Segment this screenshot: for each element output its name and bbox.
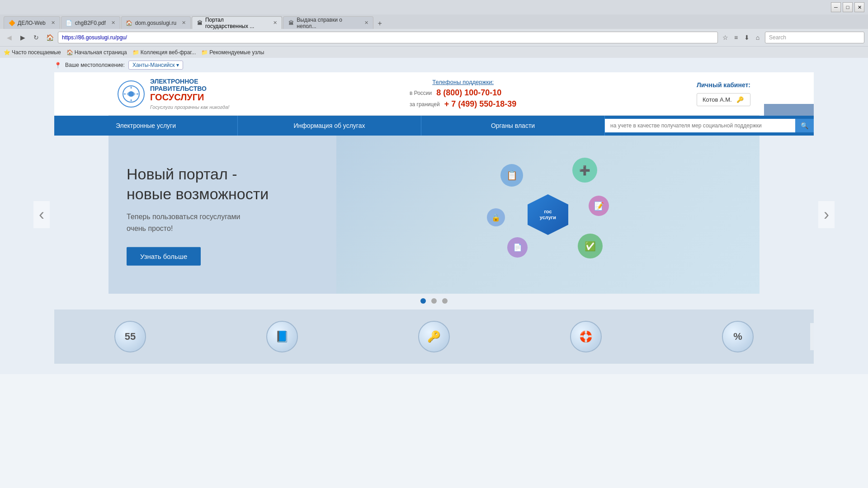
icon-circle-1: 55 — [114, 321, 146, 352]
dot-1[interactable] — [420, 298, 426, 304]
dot-2[interactable] — [431, 298, 437, 304]
phones-title: Телефоны поддержки: — [410, 79, 516, 85]
nav-info-services[interactable]: Информация об услугах — [238, 116, 421, 136]
icon-item-5[interactable]: % — [662, 310, 814, 364]
forward-button[interactable]: ▶ — [17, 32, 28, 43]
icons-row-arrow-right[interactable]: › — [810, 323, 814, 350]
tab-portal-active[interactable]: 🏛 Портал государственных ... ✕ — [192, 16, 282, 29]
back-button[interactable]: ◀ — [4, 32, 14, 43]
hex-icon-2: ➕ — [572, 158, 597, 183]
nav-search-box: 🔍 — [605, 119, 814, 132]
close-button[interactable]: ✕ — [854, 2, 864, 12]
tab-close-3[interactable]: ✕ — [182, 20, 186, 26]
download-icon[interactable]: ⬇ — [742, 33, 751, 42]
nav-bar: ◀ ▶ ↻ 🏠 https://86.gosuslugi.ru/pgu/ ☆ ≡… — [0, 29, 868, 46]
svg-point-1 — [128, 91, 134, 97]
bookmarks-bar: ⭐ Часто посещаемые 🏠 Начальная страница … — [0, 46, 868, 58]
banner-section: ‹ Новый портал - новые возможности Тепер… — [54, 136, 814, 294]
reader-icon[interactable]: ≡ — [731, 33, 741, 42]
phone-abroad-label: за границей — [410, 101, 440, 108]
tab-spravka[interactable]: 🏛 Выдача справки о непол... ✕ — [283, 16, 373, 29]
tab-favicon-5: 🏛 — [288, 20, 294, 26]
banner-arrow-right[interactable]: › — [818, 201, 835, 228]
restore-button[interactable]: □ — [843, 2, 853, 12]
minimize-button[interactable]: ─ — [831, 2, 841, 12]
account-box[interactable]: Котов А.М. 🔑 — [697, 93, 750, 106]
icon-item-4[interactable]: 🛟 — [510, 310, 662, 364]
tab-delo-web[interactable]: 🔶 ДЕЛО-Web ✕ — [4, 16, 60, 29]
account-section: Личный кабинет: Котов А.М. 🔑 — [697, 81, 750, 106]
banner-icons: госуслуги 📋 ➕ 📝 ✅ 📄 🔒 — [480, 151, 616, 278]
nav-search-button[interactable]: 🔍 — [795, 119, 814, 132]
location-city-selector[interactable]: Ханты-Мансийск ▾ — [128, 61, 183, 70]
tab-title-3: dom.gosuslugi.ru — [135, 20, 176, 26]
icon-item-2[interactable]: 📘 — [206, 310, 358, 364]
nav-search-input[interactable] — [605, 119, 795, 132]
icon-circle-4: 🛟 — [570, 321, 602, 352]
nav-authorities[interactable]: Органы власти — [421, 116, 605, 136]
banner-arrow-left[interactable]: ‹ — [33, 201, 50, 228]
bookmark-homepage[interactable]: 🏠 Начальная страница — [66, 49, 127, 56]
tab-favicon-4: 🏛 — [197, 20, 203, 26]
tab-title-1: ДЕЛО-Web — [18, 20, 46, 26]
tab-close-2[interactable]: ✕ — [111, 20, 115, 26]
phone-abroad-number: + 7 (499) 550-18-39 — [444, 99, 517, 109]
bookmark-label-4: Рекомендуемые узлы — [209, 49, 264, 56]
bookmark-frequent[interactable]: ⭐ Часто посещаемые — [4, 49, 61, 56]
logo-circle — [118, 80, 145, 108]
home-nav-icon[interactable]: ⌂ — [753, 33, 762, 42]
banner-subtitle: Теперь пользоваться госуслугами очень пр… — [127, 211, 269, 234]
bookmark-icon-3: 📁 — [132, 49, 139, 56]
reload-button[interactable]: ↻ — [31, 32, 42, 43]
site-header-wrapper: ЭЛЕКТРОННОЕ ПРАВИТЕЛЬСТВО ГОСУСЛУГИ Госу… — [54, 72, 814, 116]
location-label: Ваше местоположение: — [65, 62, 125, 68]
tab-favicon-2: 📄 — [66, 20, 72, 26]
tab-pdf[interactable]: 📄 chgB2F0.pdf ✕ — [61, 16, 120, 29]
bottom-icons-section: 55 📘 🔑 🛟 % › — [54, 310, 814, 364]
icon-item-3[interactable]: 🔑 — [358, 310, 510, 364]
logo-text: ЭЛЕКТРОННОЕ ПРАВИТЕЛЬСТВО ГОСУСЛУГИ Госу… — [150, 78, 229, 110]
tab-close-4[interactable]: ✕ — [273, 20, 277, 26]
banner-title-line1: Новый портал - — [127, 165, 237, 183]
banner-content: Новый портал - новые возможности Теперь … — [127, 164, 269, 266]
banner-image-area: госуслуги 📋 ➕ 📝 ✅ 📄 🔒 — [336, 136, 760, 294]
banner-subtitle-line2: очень просто! — [127, 225, 173, 232]
dot-3[interactable] — [442, 298, 448, 304]
bookmark-collection[interactable]: 📁 Коллекция веб-фраг... — [132, 49, 196, 56]
hex-icon-1: 📋 — [500, 164, 523, 187]
tab-close-5[interactable]: ✕ — [364, 20, 368, 26]
location-city: Ханты-Мансийск ▾ — [132, 62, 179, 68]
phone-russia-label: в России — [410, 90, 432, 96]
bookmark-recommended[interactable]: 📁 Рекомендуемые узлы — [201, 49, 264, 56]
tab-title-4: Портал государственных ... — [205, 17, 268, 29]
tab-close-1[interactable]: ✕ — [51, 20, 55, 26]
logo-line1: ЭЛЕКТРОННОЕ — [150, 78, 229, 85]
bookmark-label-1: Часто посещаемые — [12, 49, 61, 56]
account-icon: 🔑 — [736, 96, 744, 103]
nav-electronic-services[interactable]: Электронные услуги — [54, 116, 238, 136]
banner-cta-button[interactable]: Узнать больше — [127, 247, 201, 265]
new-tab-button[interactable]: + — [374, 18, 385, 29]
icon-symbol-1: 55 — [125, 331, 136, 343]
logo-line2: ПРАВИТЕЛЬСТВО — [150, 85, 229, 92]
icon-symbol-4: 🛟 — [579, 330, 593, 343]
tab-dom[interactable]: 🏠 dom.gosuslugi.ru ✕ — [121, 16, 191, 29]
browser-search-input[interactable]: Search — [765, 32, 864, 43]
tab-title-2: chgB2F0.pdf — [75, 20, 106, 26]
home-button[interactable]: 🏠 — [44, 32, 55, 43]
logo-tagline: Госуслуги прозрачны как никогда! — [150, 104, 229, 110]
nav-icons: ☆ ≡ ⬇ ⌂ — [721, 33, 762, 42]
bookmark-icon-1: ⭐ — [4, 49, 10, 56]
tab-title-5: Выдача справки о непол... — [297, 17, 359, 29]
bookmark-star-icon[interactable]: ☆ — [721, 33, 730, 42]
url-bar[interactable]: https://86.gosuslugi.ru/pgu/ — [58, 32, 718, 43]
bookmark-label-3: Коллекция веб-фраг... — [141, 49, 196, 56]
title-bar: ─ □ ✕ — [0, 0, 868, 14]
page-content: 📍 Ваше местоположение: Ханты-Мансийск ▾ — [0, 58, 868, 374]
icon-item-1[interactable]: 55 — [54, 310, 206, 364]
bookmark-label-2: Начальная страница — [75, 49, 127, 56]
phone-abroad-row: за границей + 7 (499) 550-18-39 — [410, 99, 516, 109]
banner-title-line2: новые возможности — [127, 185, 269, 202]
phones-section: Телефоны поддержки: в России 8 (800) 100… — [410, 79, 516, 109]
nav-item-label-1: Электронные услуги — [116, 122, 176, 129]
